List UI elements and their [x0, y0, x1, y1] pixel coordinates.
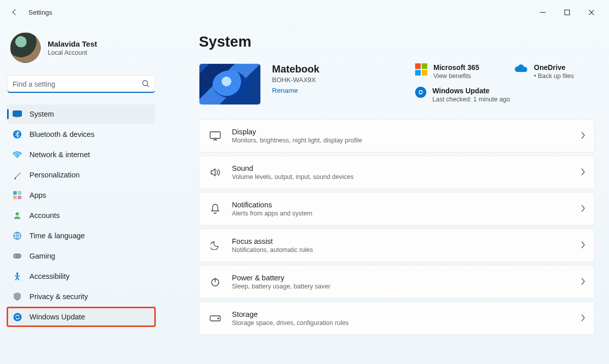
device-name: Matebook — [272, 63, 319, 75]
setting-title: Sound — [232, 164, 354, 172]
svg-rect-0 — [564, 10, 569, 15]
info-card-title: Windows Update — [432, 87, 510, 95]
profile-name: Malavida Test — [48, 40, 97, 48]
setting-display[interactable]: DisplayMonitors, brightness, night light… — [199, 119, 595, 153]
svg-point-1 — [143, 81, 148, 86]
settings-list: DisplayMonitors, brightness, night light… — [199, 119, 595, 335]
info-card-title: Microsoft 365 — [433, 63, 479, 71]
svg-point-14 — [19, 256, 20, 257]
svg-rect-2 — [13, 111, 22, 117]
setting-sub: Alerts from apps and system — [232, 210, 312, 217]
setting-title: Display — [232, 128, 362, 136]
profile-account-type: Local Account — [48, 49, 97, 56]
setting-sub: Sleep, battery usage, battery saver — [232, 283, 330, 290]
sidebar-item-gaming[interactable]: Gaming — [7, 246, 155, 266]
shield-icon — [12, 292, 22, 302]
svg-rect-8 — [13, 196, 17, 199]
info-card-onedrive[interactable]: OneDrive Back up files — [514, 63, 595, 80]
sidebar-item-windows-update[interactable]: Windows Update — [7, 307, 155, 326]
update-icon — [12, 312, 22, 322]
wifi-icon — [12, 150, 22, 160]
setting-sub: Storage space, drives, configuration rul… — [232, 319, 349, 326]
svg-point-5 — [17, 157, 18, 158]
chevron-right-icon — [581, 278, 585, 286]
sidebar-item-network[interactable]: Network & internet — [7, 145, 155, 164]
profile-block[interactable]: Malavida Test Local Account — [7, 24, 155, 75]
close-button[interactable] — [580, 4, 603, 20]
setting-power-battery[interactable]: Power & batterySleep, battery usage, bat… — [199, 265, 595, 299]
storage-icon — [209, 312, 222, 325]
info-card-sub: View benefits — [433, 72, 479, 80]
device-model: BOHK-WAX9X — [272, 76, 319, 84]
svg-point-13 — [15, 256, 16, 257]
sidebar-item-label: Privacy & security — [29, 293, 88, 301]
sidebar-item-personalization[interactable]: Personalization — [7, 165, 155, 185]
rename-link[interactable]: Rename — [272, 87, 298, 94]
svg-rect-7 — [18, 191, 21, 195]
close-icon — [589, 10, 594, 15]
sidebar-item-accessibility[interactable]: Accessibility — [7, 267, 155, 286]
svg-rect-17 — [210, 132, 220, 138]
minimize-button[interactable] — [531, 4, 554, 20]
avatar — [10, 32, 41, 63]
sidebar-item-label: Windows Update — [29, 313, 85, 321]
svg-point-16 — [13, 313, 21, 321]
setting-title: Focus assist — [232, 237, 313, 245]
setting-storage[interactable]: StorageStorage space, drives, configurat… — [199, 302, 595, 335]
setting-title: Notifications — [232, 201, 312, 209]
setting-sub: Monitors, brightness, night light, displ… — [232, 137, 362, 144]
chevron-right-icon — [581, 205, 585, 213]
sidebar-item-bluetooth[interactable]: Bluetooth & devices — [7, 125, 155, 144]
maximize-icon — [564, 10, 570, 15]
search-box[interactable] — [7, 75, 155, 93]
bell-icon — [209, 202, 222, 215]
window-controls — [531, 4, 603, 20]
title-bar: Settings — [0, 0, 609, 24]
sidebar-item-accounts[interactable]: Accounts — [7, 206, 155, 225]
device-info-row: Matebook BOHK-WAX9X Rename Microsoft 365… — [199, 63, 595, 105]
setting-sub: Notifications, automatic rules — [232, 246, 313, 253]
chevron-right-icon — [581, 241, 585, 250]
search-input[interactable] — [13, 80, 142, 88]
sidebar-item-time-language[interactable]: Time & language — [7, 226, 155, 245]
sidebar-item-system[interactable]: System — [7, 104, 155, 124]
onedrive-icon — [514, 63, 528, 72]
back-button[interactable] — [6, 4, 22, 20]
info-card-title: OneDrive — [534, 63, 574, 71]
sidebar: Malavida Test Local Account System Bluet… — [0, 24, 162, 364]
chevron-right-icon — [581, 168, 585, 177]
svg-rect-3 — [15, 117, 20, 118]
sidebar-nav: System Bluetooth & devices Network & int… — [7, 104, 155, 326]
sidebar-item-label: Accounts — [29, 211, 60, 220]
moon-icon — [209, 239, 222, 252]
paintbrush-icon — [12, 170, 22, 180]
sidebar-item-label: Time & language — [29, 232, 85, 240]
svg-rect-9 — [18, 196, 21, 199]
setting-sound[interactable]: SoundVolume levels, output, input, sound… — [199, 156, 595, 189]
info-card-microsoft365[interactable]: Microsoft 365 View benefits — [415, 63, 496, 80]
power-icon — [209, 275, 222, 288]
maximize-button[interactable] — [555, 4, 579, 20]
setting-notifications[interactable]: NotificationsAlerts from apps and system — [199, 192, 595, 226]
apps-icon — [12, 190, 22, 200]
info-card-sub: Last checked: 1 minute ago — [432, 96, 510, 103]
sidebar-item-apps[interactable]: Apps — [7, 186, 155, 205]
svg-point-15 — [16, 273, 18, 275]
device-thumbnail — [199, 63, 261, 105]
setting-focus-assist[interactable]: Focus assistNotifications, automatic rul… — [199, 229, 595, 262]
person-icon — [12, 210, 22, 221]
svg-point-10 — [16, 212, 19, 216]
system-icon — [12, 109, 22, 119]
sidebar-item-label: Bluetooth & devices — [29, 130, 94, 138]
bluetooth-icon — [12, 129, 22, 139]
sidebar-item-privacy[interactable]: Privacy & security — [7, 287, 155, 306]
svg-rect-6 — [13, 191, 17, 195]
sidebar-item-label: Apps — [29, 191, 46, 199]
sidebar-item-label: Personalization — [29, 171, 80, 179]
update-icon — [415, 87, 426, 98]
window-title: Settings — [28, 9, 52, 16]
chevron-right-icon — [581, 314, 585, 323]
svg-point-20 — [218, 318, 219, 319]
gamepad-icon — [12, 251, 22, 261]
info-card-windows-update[interactable]: Windows Update Last checked: 1 minute ag… — [415, 87, 595, 103]
